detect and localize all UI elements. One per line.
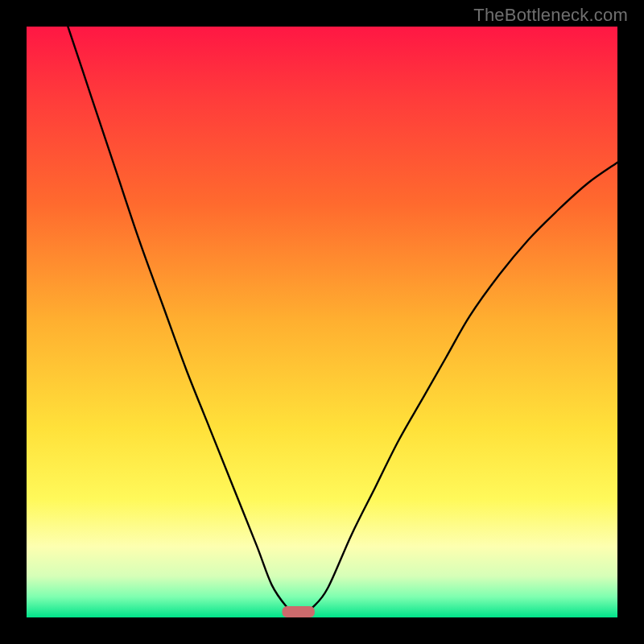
- watermark-text: TheBottleneck.com: [473, 5, 628, 26]
- minimum-marker: [283, 606, 315, 617]
- plot-area: [27, 27, 617, 617]
- outer-frame: TheBottleneck.com: [0, 0, 644, 644]
- chart-svg: [27, 27, 617, 617]
- gradient-background: [27, 27, 617, 617]
